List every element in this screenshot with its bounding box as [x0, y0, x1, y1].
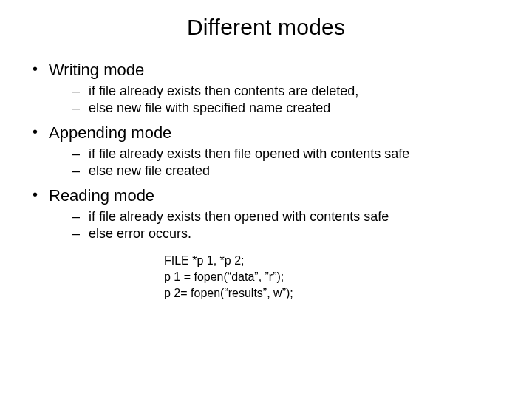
section-heading: Writing mode	[49, 61, 144, 79]
section-writing: Writing mode if file already exists then…	[30, 61, 508, 117]
bullet-list: Writing mode if file already exists then…	[24, 61, 508, 242]
code-line: p 2= fopen(“results”, w”);	[164, 285, 508, 301]
sub-point: else new file created	[72, 163, 508, 180]
sub-list: if file already exists then contents are…	[49, 83, 508, 117]
sub-point: else new file with specified name create…	[72, 100, 508, 117]
section-reading: Reading mode if file already exists then…	[30, 186, 508, 243]
code-block: FILE *p 1, *p 2; p 1 = fopen(“data”, ”r”…	[164, 253, 508, 301]
sub-point: if file already exists then contents are…	[72, 83, 508, 100]
sub-list: if file already exists then opened with …	[49, 208, 508, 243]
sub-point: if file already exists then file opened …	[72, 146, 508, 163]
section-appending: Appending mode if file already exists th…	[30, 123, 508, 180]
section-heading: Appending mode	[49, 123, 171, 142]
code-line: FILE *p 1, *p 2;	[164, 253, 508, 269]
sub-point: else error occurs.	[72, 225, 508, 242]
slide-title: Different modes	[24, 15, 508, 40]
section-heading: Reading mode	[49, 186, 154, 205]
slide: Different modes Writing mode if file alr…	[0, 0, 532, 399]
sub-list: if file already exists then file opened …	[49, 146, 508, 180]
sub-point: if file already exists then opened with …	[72, 208, 508, 225]
code-line: p 1 = fopen(“data”, ”r”);	[164, 269, 508, 285]
